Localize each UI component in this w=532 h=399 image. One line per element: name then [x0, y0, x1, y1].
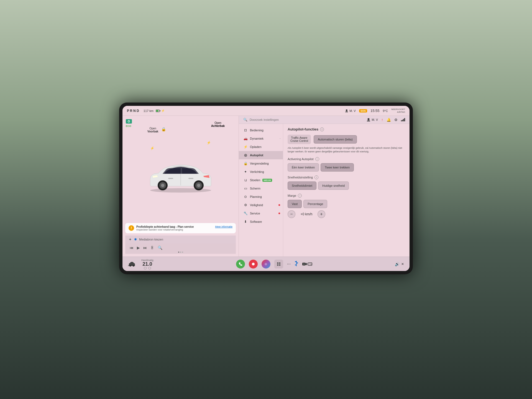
sidebar-item-software[interactable]: ⬇ Software: [239, 218, 283, 226]
sidebar-item-service[interactable]: 🔧 Service: [239, 209, 283, 218]
play-pause-btn[interactable]: ▶: [137, 245, 140, 250]
alert-subtitle: Inspecteer banden voor rotatie/vervangin…: [136, 228, 213, 231]
sidebar-item-bediening[interactable]: ⊡ Bediening: [239, 126, 283, 134]
volume-control[interactable]: 🔊 ✕: [395, 262, 404, 266]
svg-rect-22: [279, 262, 280, 264]
speed-control: − +0 km/h +: [288, 210, 405, 218]
svg-point-17: [130, 265, 131, 267]
gauge-icon-1[interactable]: ◯: [144, 267, 147, 269]
auto-steer-button[interactable]: Automatisch sturen (béta): [314, 135, 357, 144]
media-label[interactable]: Mediabron kiezen: [139, 238, 232, 241]
charge-icon-bolt: ⚡: [161, 109, 165, 112]
dynamiek-icon: 🚗: [243, 137, 248, 140]
equalizer-btn[interactable]: 🎚: [150, 245, 154, 250]
dashcam-btn[interactable]: TH: [302, 262, 312, 266]
svg-point-20: [252, 263, 255, 265]
planning-label: Planning: [250, 195, 262, 198]
svg-rect-19: [128, 265, 129, 266]
speed-setting-info-icon[interactable]: i: [314, 175, 318, 179]
activation-btn-group: Één keer trekken Twee keer trekken: [288, 163, 405, 172]
snelheidslimiet-btn[interactable]: Snelheidslimiet: [288, 181, 316, 190]
right-panel: 🔍 M. V ↑ 🔔 ⚙: [239, 116, 410, 257]
speed-setting-section: Snelheidsinstelling i Snelheidslimiet Hu…: [288, 175, 405, 190]
next-track-btn[interactable]: ⏭: [143, 245, 147, 250]
activation-autopilot-section: Activering Autopilot i Één keer trekken …: [288, 157, 405, 172]
apps-btn[interactable]: [274, 260, 283, 268]
media-controls-area: ⏮ ▶ ⏭ 🎚 🔍: [125, 243, 236, 254]
car-icon-svg: [128, 261, 136, 267]
mute-icon[interactable]: ✕: [401, 262, 404, 266]
alert-link[interactable]: Meer informatie: [215, 225, 232, 228]
percentage-btn[interactable]: Percentage: [303, 200, 327, 208]
lock-icon-front[interactable]: 🔒: [161, 127, 166, 131]
prev-track-btn[interactable]: ⏮: [130, 245, 134, 250]
bluetooth-btn[interactable]: [295, 261, 298, 267]
search-media-btn[interactable]: 🔍: [158, 245, 162, 250]
dynamiek-label: Dynamiek: [250, 137, 264, 140]
search-icon: 🔍: [243, 118, 247, 122]
gauge-icon-2[interactable]: ◯: [148, 267, 151, 269]
een-keer-trekken-btn[interactable]: Één keer trekken: [288, 163, 319, 172]
temperature-display: 9°C: [383, 109, 388, 112]
sidebar-item-dynamiek[interactable]: 🚗 Dynamiek ·: [239, 134, 283, 143]
upload-icon[interactable]: ↑: [381, 117, 383, 122]
sidebar-item-planning[interactable]: ⊙ Planning: [239, 193, 283, 201]
record-btn[interactable]: [249, 260, 258, 268]
autopilot-functions-section: Autopilot-functies i Traffic-Aware Cruis…: [288, 127, 405, 153]
svg-rect-2: [156, 110, 158, 112]
speed-plus-btn[interactable]: +: [318, 210, 325, 218]
svg-point-27: [303, 263, 305, 265]
svg-text:TH: TH: [309, 263, 312, 265]
cruise-control-section: Traffic-Aware Cruise Control Automatisch…: [288, 135, 405, 153]
speed-minus-btn[interactable]: −: [288, 210, 295, 218]
activation-title: Activering Autopilot i: [288, 157, 405, 161]
sos-badge[interactable]: SOS: [359, 109, 367, 112]
sidebar-item-opladen[interactable]: ⚡ Opladen: [239, 143, 283, 151]
speed-unit-area: ◯ ◯: [144, 267, 151, 269]
bediening-icon: ⊡: [243, 128, 248, 132]
marge-title: Marge i: [288, 194, 405, 198]
media-bar: ✦ ✱ Mediabron kiezen: [125, 236, 236, 243]
software-label: Software: [250, 220, 262, 223]
sidebar-item-autopilot[interactable]: ◎ Autopilot: [239, 151, 283, 159]
sidebar-item-vergrendeling[interactable]: 🔒 Vergrendeling: [239, 159, 283, 168]
svg-rect-14: [168, 178, 173, 179]
user-display: M. V: [367, 118, 378, 122]
settings-content: Autopilot-functies i Traffic-Aware Cruis…: [283, 124, 410, 257]
car-bottom-icon[interactable]: [128, 261, 136, 267]
marge-info-icon[interactable]: i: [298, 194, 302, 198]
more-btn[interactable]: ···: [287, 262, 291, 267]
settings-icon[interactable]: ⚙: [394, 118, 398, 122]
sidebar-item-scherm[interactable]: ▭ Scherm: [239, 184, 283, 193]
twee-keer-trekken-btn[interactable]: Twee keer trekken: [321, 163, 354, 172]
autopilot-functions-title: Autopilot-functies i: [288, 127, 405, 131]
stoelen-new-badge: NIEUW: [262, 179, 272, 182]
search-input[interactable]: [250, 118, 364, 121]
status-bar: P R N D 117 km ⚡ M. V SOS 15:55 9°C NEER: [122, 106, 410, 116]
activation-info-icon[interactable]: i: [315, 157, 319, 161]
speed-setting-btn-group: Snelheidslimiet Huidige snelheid: [288, 181, 405, 190]
sidebar-item-stoelen[interactable]: ⊔ Stoelen NIEUW: [239, 176, 283, 184]
service-label: Service: [250, 212, 260, 215]
verlichting-label: Verlichting: [250, 170, 264, 173]
veiligheid-icon: ⚙: [243, 203, 248, 207]
planning-icon: ⊙: [243, 195, 248, 199]
cruise-control-row: Traffic-Aware Cruise Control Automatisch…: [288, 135, 405, 144]
sidebar-item-verlichting[interactable]: ✦ Verlichting: [239, 168, 283, 176]
media-source-icon: ✦: [129, 237, 132, 242]
voice-btn[interactable]: ◎: [262, 260, 270, 268]
svg-rect-21: [277, 262, 278, 264]
phone-btn[interactable]: [236, 260, 245, 268]
bell-icon[interactable]: 🔔: [387, 118, 391, 122]
traffic-aware-cc-label: Traffic-Aware Cruise Control: [288, 135, 311, 144]
svg-rect-24: [279, 264, 280, 266]
sidebar-item-veiligheid[interactable]: ⚙ Veiligheid: [239, 201, 283, 209]
user-icon: [367, 118, 370, 122]
huidige-snelheid-btn[interactable]: Huidige snelheid: [318, 181, 349, 190]
bottom-icons: ◎ ···: [158, 260, 390, 268]
prnd-display: P R N D: [127, 109, 139, 113]
bediening-label: Bediening: [250, 129, 264, 132]
signal-icon: [401, 118, 405, 121]
vast-btn[interactable]: Vast: [288, 200, 302, 208]
autopilot-info-icon[interactable]: i: [320, 127, 324, 131]
